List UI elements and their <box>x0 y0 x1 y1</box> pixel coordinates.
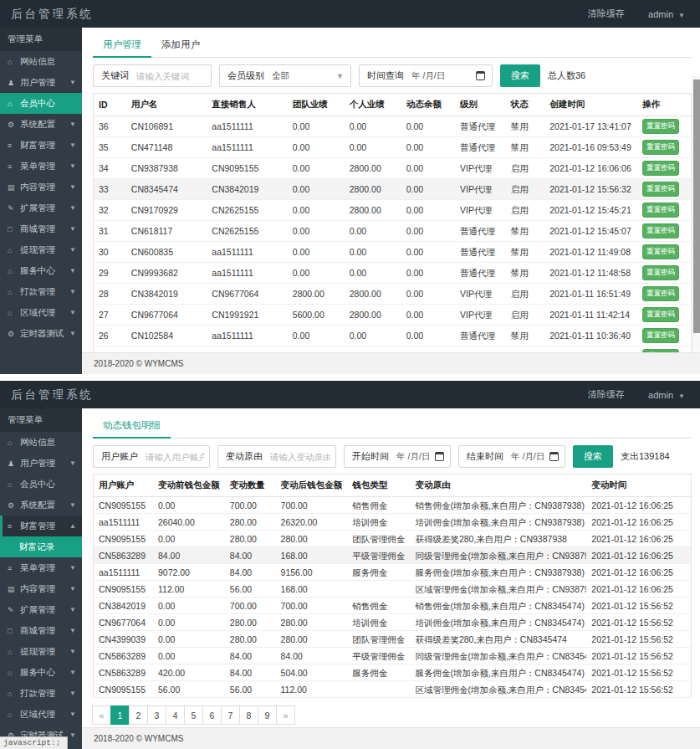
pagination-page-button[interactable]: 2 <box>129 705 148 725</box>
pagination-prev-button[interactable]: « <box>92 705 111 725</box>
reset-password-button[interactable]: 重置密码 <box>642 119 679 134</box>
sidebar-item[interactable]: ⌂提现管理▼ <box>0 641 82 662</box>
sidebar-item[interactable]: ▤内容管理▼ <box>0 177 82 198</box>
pagination-page-button[interactable]: 5 <box>184 705 203 725</box>
calendar-icon[interactable] <box>435 452 444 461</box>
table-cell: 280.00 <box>225 614 276 631</box>
sidebar-item[interactable]: ⌂区域代理▼ <box>0 302 82 323</box>
table-cell: CN9387938 <box>126 158 207 179</box>
sidebar-item[interactable]: ¤财富管理▼ <box>0 135 82 156</box>
clear-cache-link[interactable]: 清除缓存 <box>588 8 625 20</box>
pagination-page-button[interactable]: 8 <box>239 705 258 725</box>
sidebar-item[interactable]: ≡菜单管理▼ <box>0 156 82 177</box>
table-header-row: ID用户名直接销售人团队业绩个人业绩动态余额级别状态创建时间操作 <box>94 94 692 116</box>
admin-user-menu[interactable]: admin ▼ <box>648 390 685 400</box>
sidebar-item[interactable]: ⌂提现管理▼ <box>0 239 82 260</box>
sidebar-item[interactable]: ⌂打款管理▼ <box>0 281 82 302</box>
sidebar-subitem[interactable]: 财富记录 <box>0 536 82 557</box>
reset-password-button[interactable]: 重置密码 <box>642 161 679 176</box>
reset-password-button[interactable]: 重置密码 <box>642 244 679 259</box>
sidebar-item[interactable]: ⚙系统配置▼ <box>0 114 82 135</box>
reset-password-button[interactable]: 重置密码 <box>642 307 679 322</box>
table-cell: VIP代理 <box>455 179 506 200</box>
pagination-page-button[interactable]: 6 <box>202 705 222 725</box>
table-cell: 27 <box>94 305 126 326</box>
table-cell: 启用 <box>506 158 544 179</box>
table-row: CN43990390.00280.00280.00团队管理佣金获得级差奖280,… <box>94 631 692 648</box>
account-input[interactable] <box>146 452 209 462</box>
sidebar-item[interactable]: ⚙系统配置▼ <box>0 495 82 516</box>
sidebar-item[interactable]: ⌂区域代理▼ <box>0 704 82 725</box>
sidebar-item-label: 提现管理 <box>20 646 55 658</box>
clear-cache-link[interactable]: 清除缓存 <box>588 388 625 401</box>
calendar-icon[interactable] <box>476 71 485 80</box>
sidebar-item[interactable]: □商城管理▼ <box>0 620 82 641</box>
date-input[interactable]: 年 /月/日 <box>411 70 471 82</box>
table-cell: 35 <box>94 137 126 158</box>
sidebar-item[interactable]: ⚙定时器测试▼ <box>0 323 82 344</box>
sidebar-item[interactable]: ⌂网站信息 <box>0 51 82 72</box>
table-row: aa15111119072.0084.009156.00服务佣金服务佣金(增加余… <box>94 564 692 581</box>
sidebar-item[interactable]: ⌂会员中心 <box>0 474 82 495</box>
wrench-icon: ✎ <box>8 606 17 614</box>
sidebar-item[interactable]: ¤财富管理▲ <box>0 516 82 536</box>
table-cell: 280.00 <box>225 631 276 648</box>
sidebar-item[interactable]: ✎扩展管理▼ <box>0 198 82 218</box>
scrollbar-thumb[interactable] <box>693 80 700 333</box>
table-cell: CN9095155 <box>207 158 288 179</box>
column-header: 变动时间 <box>586 475 691 497</box>
reset-password-button[interactable]: 重置密码 <box>642 286 679 301</box>
vertical-scrollbar[interactable] <box>692 75 700 351</box>
sidebar-item[interactable]: ✎扩展管理▼ <box>0 599 82 620</box>
table-cell: 33 <box>94 179 126 200</box>
reset-password-button[interactable]: 重置密码 <box>642 328 679 343</box>
table-cell: 2021-01-12 16:06:06 <box>544 158 637 179</box>
column-header: 个人业绩 <box>345 94 401 116</box>
shop-icon: □ <box>8 627 17 635</box>
sidebar-item[interactable]: □商城管理▼ <box>0 218 82 239</box>
pagination-page-button[interactable]: 9 <box>258 705 277 725</box>
admin-user-menu[interactable]: admin ▼ <box>648 9 685 19</box>
table-cell: 34 <box>94 158 126 179</box>
pagination-page-button[interactable]: 7 <box>221 705 240 725</box>
sidebar-item[interactable]: ⌂会员中心 <box>0 93 82 114</box>
reset-password-button[interactable]: 重置密码 <box>642 223 679 239</box>
member-level-select[interactable]: 会员级别 全部 ▼ <box>219 64 351 87</box>
search-button[interactable]: 搜索 <box>500 64 540 87</box>
keyword-input[interactable] <box>136 71 211 81</box>
tab-wallet-details[interactable]: 动态钱包明细 <box>93 413 171 439</box>
table-cell: 84.00 <box>225 664 276 681</box>
sidebar-item[interactable]: ⌂打款管理▼ <box>0 683 82 704</box>
reason-input[interactable] <box>270 452 335 462</box>
sidebar-item[interactable]: ≡菜单管理▼ <box>0 557 82 578</box>
table-cell: 团队管理佣金 <box>347 531 410 547</box>
sidebar-item[interactable]: ▤内容管理▼ <box>0 578 82 599</box>
pagination-page-button[interactable]: 1 <box>110 705 130 725</box>
reset-password-button[interactable]: 重置密码 <box>642 182 679 197</box>
sidebar-item[interactable]: ♟用户管理▼ <box>0 453 82 474</box>
table-cell: 112.00 <box>276 681 348 698</box>
pagination-next-button[interactable]: » <box>276 705 295 725</box>
sidebar-item-label: 扩展管理 <box>20 203 55 214</box>
start-date-input[interactable]: 年 /月/日 <box>396 451 430 463</box>
pagination-page-button[interactable]: 4 <box>166 705 185 725</box>
end-date-input[interactable]: 年 /月/日 <box>511 451 544 463</box>
reset-password-button[interactable]: 重置密码 <box>642 265 679 280</box>
table-cell: 84.00 <box>225 564 276 581</box>
tab-add-user[interactable]: 添加用户 <box>151 33 210 57</box>
table-row: CN909515556.0056.00112.00区域管理佣金(增加余额,来自用… <box>94 681 692 698</box>
sidebar-item[interactable]: ♟用户管理▼ <box>0 72 82 93</box>
column-header: 创建时间 <box>544 94 637 116</box>
pagination-page-button[interactable]: 3 <box>147 705 166 725</box>
table-cell: CN8345474 <box>126 179 207 200</box>
reset-password-button[interactable]: 重置密码 <box>642 203 679 218</box>
calendar-icon[interactable] <box>549 452 559 461</box>
table-cell: 2021-01-12 16:06:25 <box>586 497 691 514</box>
sidebar-item[interactable]: ⌂网站信息 <box>0 432 82 453</box>
search-button[interactable]: 搜索 <box>573 445 613 468</box>
table-row: 27CN9677064CN19919215600.002800.000.00VI… <box>94 305 692 326</box>
reset-password-button[interactable]: 重置密码 <box>642 140 679 155</box>
tab-user-management[interactable]: 用户管理 <box>93 33 151 58</box>
sidebar-item[interactable]: ⌂服务中心▼ <box>0 260 82 281</box>
sidebar-item[interactable]: ⌂服务中心▼ <box>0 662 82 683</box>
